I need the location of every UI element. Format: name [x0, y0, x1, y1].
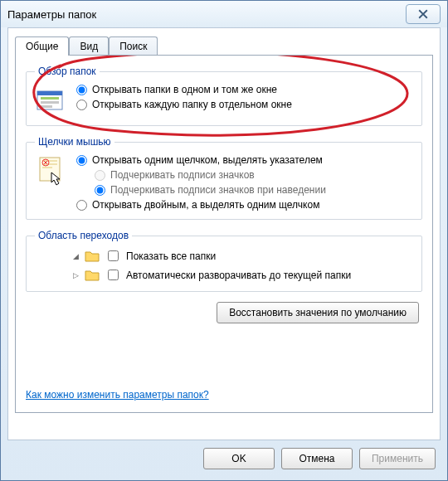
group-browse-folders: Обзор папок Отк — [26, 66, 422, 126]
help-link[interactable]: Как можно изменить параметры папок? — [26, 389, 209, 401]
group-click-legend: Щелчки мышью — [35, 136, 114, 148]
restore-row: Восстановить значения по умолчанию — [26, 302, 422, 323]
window-title: Параметры папок — [7, 8, 406, 21]
ok-button[interactable]: OK — [203, 448, 275, 469]
opt-new-window[interactable]: Открывать каждую папку в отдельном окне — [76, 99, 292, 110]
folder-options-window: Параметры папок Общие Вид Поиск Обзор па… — [0, 0, 448, 481]
radio-underline-hover[interactable] — [95, 185, 105, 196]
opt-single-click[interactable]: Открывать одним щелчком, выделять указат… — [76, 154, 326, 166]
group-browse-legend: Обзор папок — [35, 66, 100, 77]
click-behaviour-icon — [35, 154, 68, 187]
svg-rect-2 — [41, 97, 59, 100]
tabstrip: Общие Вид Поиск — [8, 33, 440, 55]
svg-rect-4 — [41, 105, 52, 108]
radio-underline-always[interactable] — [95, 170, 105, 181]
radio-new-window[interactable] — [76, 100, 87, 110]
opt-double-click[interactable]: Открывать двойным, а выделять одним щелч… — [76, 199, 326, 211]
close-icon — [418, 9, 428, 19]
chk-auto-expand[interactable] — [108, 270, 119, 280]
titlebar: Параметры папок — [1, 1, 447, 27]
opt-underline-always[interactable]: Подчеркивать подписи значков — [95, 169, 326, 181]
group-click-behaviour: Щелчки мышью От — [26, 136, 422, 220]
tab-search[interactable]: Поиск — [109, 36, 158, 56]
group-nav-legend: Область переходов — [35, 230, 132, 241]
close-button[interactable] — [406, 4, 441, 24]
tab-general[interactable]: Общие — [15, 36, 69, 56]
restore-defaults-button[interactable]: Восстановить значения по умолчанию — [217, 302, 419, 323]
radio-single-click[interactable] — [76, 155, 87, 166]
dialog-footer: OK Отмена Применить — [7, 444, 441, 474]
tabpanel-general: Обзор папок Отк — [15, 55, 433, 413]
radio-double-click[interactable] — [76, 200, 87, 211]
tree-twisty-collapsed-icon[interactable]: ◢ — [71, 252, 80, 260]
tab-view[interactable]: Вид — [69, 36, 109, 56]
apply-button[interactable]: Применить — [359, 448, 436, 469]
group-navigation-pane: Область переходов ◢ Показать все папки ▷… — [26, 230, 422, 292]
cancel-button[interactable]: Отмена — [281, 448, 353, 469]
tree-row-auto-expand: ▷ Автоматически разворачивать до текущей… — [71, 267, 413, 283]
folder-icon — [85, 269, 100, 282]
browse-folders-icon — [35, 84, 68, 117]
folder-icon — [85, 250, 100, 263]
svg-rect-1 — [37, 91, 62, 95]
radio-same-window[interactable] — [76, 85, 87, 95]
chk-show-all-folders[interactable] — [108, 250, 119, 261]
svg-rect-3 — [41, 101, 59, 104]
dialog-body: Общие Вид Поиск Обзор папок — [7, 27, 441, 440]
opt-same-window[interactable]: Открывать папки в одном и том же окне — [76, 84, 292, 95]
tree-row-show-all: ◢ Показать все папки — [71, 248, 413, 264]
opt-underline-hover[interactable]: Подчеркивать подписи значков при наведен… — [95, 184, 326, 196]
tree-twisty-expand-icon[interactable]: ▷ — [71, 271, 80, 279]
